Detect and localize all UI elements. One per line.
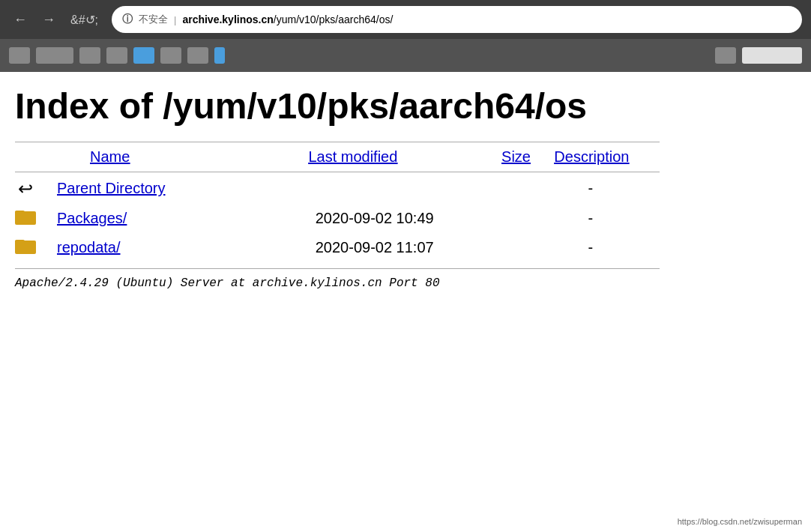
- table-row: repodata/ 2020-09-02 11:07 -: [15, 233, 660, 262]
- toolbar-item-5: [160, 47, 181, 64]
- info-icon: ⓘ: [122, 13, 133, 26]
- url-display: archive.kylinos.cn/yum/v10/pks/aarch64/o…: [182, 13, 393, 25]
- url-domain: archive.kylinos.cn: [182, 13, 273, 25]
- table-row: Packages/ 2020-09-02 10:49 -: [15, 204, 660, 233]
- footer-divider: [15, 268, 660, 269]
- not-secure-label: 不安全: [139, 13, 168, 26]
- parent-dir-name-cell: Parent Directory: [51, 174, 316, 204]
- repodata-desc-cell: [629, 233, 660, 262]
- table-header-row: Name Last modified Size Description: [15, 144, 660, 170]
- page-title: Index of /yum/v10/pks/aarch64/os: [15, 87, 796, 127]
- toolbar-active-item-2: [214, 47, 225, 64]
- back-button[interactable]: ←: [9, 10, 31, 29]
- address-bar[interactable]: ⓘ 不安全 | archive.kylinos.cn/yum/v10/pks/a…: [112, 6, 802, 33]
- toolbar-active-item: [133, 47, 154, 64]
- toolbar-item-1: [9, 47, 30, 64]
- packages-icon-cell: [15, 204, 51, 233]
- packages-modified-cell: 2020-09-02 10:49: [316, 204, 588, 233]
- parent-dir-size-cell: -: [588, 174, 630, 204]
- page-content: Index of /yum/v10/pks/aarch64/os Name La…: [0, 72, 811, 305]
- parent-dir-icon: ↩: [18, 178, 33, 199]
- sort-by-size-link[interactable]: Size: [501, 148, 531, 165]
- parent-icon-cell: ↩: [15, 174, 51, 204]
- toolbar-item-7: [715, 47, 736, 64]
- repodata-size-cell: -: [588, 233, 630, 262]
- parent-dir-desc-cell: [629, 174, 660, 204]
- directory-listing-table: ↩ Parent Directory - Packages/ 2020-09-0…: [15, 174, 660, 262]
- url-separator: |: [174, 14, 176, 25]
- toolbar-item-6: [187, 47, 208, 64]
- repodata-modified-cell: 2020-09-02 11:07: [316, 233, 588, 262]
- packages-size-cell: -: [588, 204, 630, 233]
- reload-button[interactable]: &#↺;: [66, 10, 103, 30]
- col-header-description[interactable]: Description: [554, 144, 660, 170]
- repodata-link[interactable]: repodata/: [57, 239, 121, 256]
- parent-dir-link[interactable]: Parent Directory: [57, 180, 166, 196]
- parent-dir-modified-cell: [316, 174, 588, 204]
- table-row: ↩ Parent Directory -: [15, 174, 660, 204]
- toolbar-item-2: [36, 47, 73, 64]
- url-path: /yum/v10/pks/aarch64/os/: [274, 13, 394, 25]
- icon-header-cell: [15, 144, 45, 170]
- toolbar-item-8: [742, 47, 802, 64]
- sort-by-modified-link[interactable]: Last modified: [308, 148, 397, 165]
- nav-buttons: ← → &#↺;: [9, 10, 103, 30]
- col-header-modified[interactable]: Last modified: [308, 144, 501, 170]
- repodata-icon-cell: [15, 233, 51, 262]
- repodata-name-cell: repodata/: [51, 233, 316, 262]
- packages-name-cell: Packages/: [51, 204, 316, 233]
- folder-icon: [15, 208, 36, 225]
- directory-table: Name Last modified Size Description: [15, 144, 660, 170]
- packages-link[interactable]: Packages/: [57, 210, 127, 226]
- folder-icon: [15, 238, 36, 254]
- col-header-name[interactable]: Name: [45, 144, 308, 170]
- sort-by-name-link[interactable]: Name: [90, 148, 130, 165]
- packages-desc-cell: [629, 204, 660, 233]
- toolbar-area: [0, 39, 811, 72]
- header-divider-top: [15, 142, 660, 142]
- browser-chrome: ← → &#↺; ⓘ 不安全 | archive.kylinos.cn/yum/…: [0, 0, 811, 39]
- server-footer: Apache/2.4.29 (Ubuntu) Server at archive…: [15, 276, 796, 290]
- col-header-size[interactable]: Size: [501, 144, 554, 170]
- toolbar-item-3: [79, 47, 100, 64]
- forward-button[interactable]: →: [37, 10, 60, 29]
- toolbar-item-4: [106, 47, 127, 64]
- toolbar-right: [715, 47, 802, 64]
- sort-by-desc-link[interactable]: Description: [554, 148, 629, 165]
- header-divider-bottom: [15, 172, 660, 172]
